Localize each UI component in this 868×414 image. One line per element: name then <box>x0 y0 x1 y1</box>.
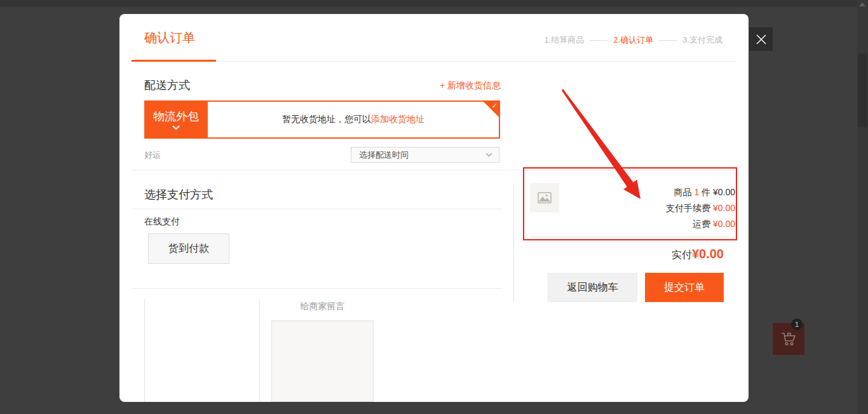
total-row: 实付¥0.00 <box>672 247 724 262</box>
cart-fab-button[interactable]: 1 <box>773 323 804 355</box>
title-underline <box>132 60 216 62</box>
step-settle-items: 1.结算商品 <box>544 35 584 45</box>
merchant-message-heading: 给商家留言 <box>271 301 374 312</box>
items-unit: 件 <box>702 187 710 197</box>
image-placeholder-icon <box>538 192 552 204</box>
shipping-label: 运费 <box>693 219 710 229</box>
shipping-amount: ¥0.00 <box>713 219 735 229</box>
delivery-time-select-value: 选择配送时间 <box>359 149 485 161</box>
payment-heading-underline <box>132 209 502 209</box>
step-connector <box>659 40 677 41</box>
close-icon <box>756 34 767 45</box>
no-address-panel: 暂无收货地址，您可以添加收货地址 ✓ <box>208 100 500 139</box>
back-to-cart-button[interactable]: 返回购物车 <box>548 273 637 302</box>
total-amount: ¥0.00 <box>692 247 724 261</box>
summary-shipping-row: 运费 ¥0.00 <box>693 216 735 232</box>
product-thumbnail-placeholder <box>530 183 559 212</box>
delivery-section-heading: 配送方式 <box>144 78 190 93</box>
fee-amount: ¥0.00 <box>713 203 735 213</box>
page-scrollbar[interactable] <box>857 0 868 414</box>
close-button[interactable] <box>749 27 773 51</box>
scroll-up-icon[interactable] <box>859 3 865 6</box>
delivery-method-label: 物流外包 <box>153 110 199 123</box>
payment-section-heading: 选择支付方式 <box>144 187 213 202</box>
product-column-right-border <box>259 299 260 402</box>
section-divider <box>132 170 735 170</box>
header-divider <box>132 61 735 62</box>
message-section-divider <box>132 288 502 289</box>
scrollbar-thumb[interactable] <box>858 53 867 127</box>
items-label: 商品 <box>674 187 691 197</box>
checkmark-icon: ✓ <box>492 102 498 110</box>
items-amount: ¥0.00 <box>713 187 735 197</box>
address-box: 物流外包 暂无收货地址，您可以添加收货地址 ✓ <box>144 100 500 139</box>
summary-divider <box>530 237 737 237</box>
total-label: 实付 <box>672 249 692 260</box>
red-arrow-annotation <box>546 83 674 210</box>
viewport-top-edge <box>0 0 868 6</box>
summary-fee-row: 支付手续费 ¥0.00 <box>666 200 735 216</box>
chevron-down-icon <box>485 153 492 157</box>
step-confirm-order: 2.确认订单 <box>613 35 653 45</box>
courier-name-label: 好运 <box>144 149 161 161</box>
delivery-method-button[interactable]: 物流外包 <box>144 100 208 139</box>
checkout-steps: 1.结算商品2.确认订单3.支付完成 <box>544 34 722 46</box>
step-connector <box>590 40 607 41</box>
product-column-left-border <box>144 299 145 402</box>
chevron-down-icon <box>172 125 180 130</box>
online-payment-label: 在线支付 <box>144 216 180 228</box>
submit-order-button[interactable]: 提交订单 <box>645 273 724 302</box>
delivery-time-select[interactable]: 选择配送时间 <box>351 147 499 163</box>
no-address-text: 暂无收货地址，您可以 <box>282 114 371 125</box>
add-address-link[interactable]: 添加收货地址 <box>371 114 424 125</box>
fee-label: 支付手续费 <box>666 203 710 213</box>
column-divider <box>513 183 514 302</box>
cart-icon <box>780 330 797 348</box>
add-shipping-info-link[interactable]: + 新增收货信息 <box>440 80 501 92</box>
cart-count-badge: 1 <box>791 319 803 330</box>
cash-on-delivery-button[interactable]: 货到付款 <box>148 233 229 264</box>
step-payment-done: 3.支付完成 <box>682 35 722 45</box>
merchant-message-textarea[interactable] <box>271 321 374 402</box>
page-title: 确认订单 <box>144 29 195 46</box>
confirm-order-modal: 确认订单 1.结算商品2.确认订单3.支付完成 配送方式 + 新增收货信息 物流… <box>119 14 749 402</box>
summary-items-row: 商品 1 件 ¥0.00 <box>674 184 735 200</box>
items-count: 1 <box>694 187 699 197</box>
